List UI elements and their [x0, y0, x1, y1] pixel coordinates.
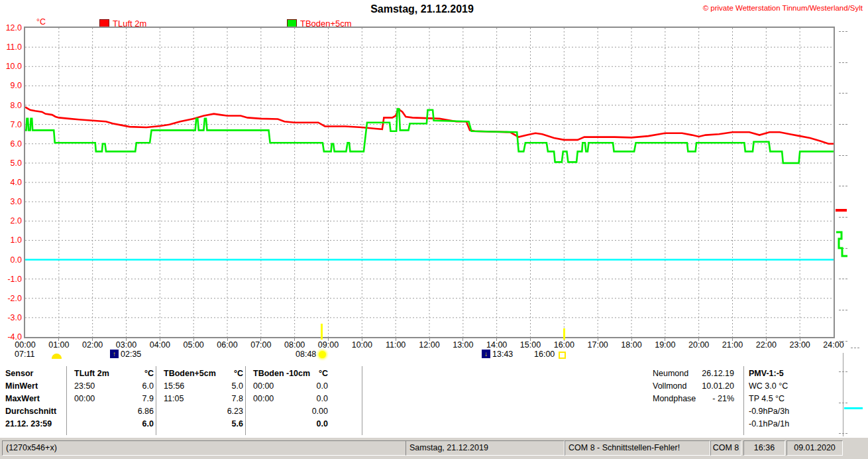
- table-row-header: MaxWert: [5, 394, 40, 404]
- col2-header: TBoden+5cm: [164, 369, 216, 379]
- right-axis-dash: [839, 341, 847, 342]
- x-axis-label: 14:00: [482, 340, 512, 350]
- x-axis-label: 15:00: [516, 340, 545, 350]
- avg-value-tboden: 6.23: [210, 407, 243, 417]
- max-value-tboden10: 0.0: [300, 394, 328, 404]
- sunset-time-label: 16:00: [534, 350, 555, 359]
- x-axis-label: 12:00: [415, 340, 444, 350]
- y-axis-label: 3.0: [0, 197, 22, 206]
- right-axis-dash: [839, 93, 847, 94]
- pressure-trend-3h: -0.9hPa/3h: [749, 407, 789, 417]
- col3-unit: °C: [301, 369, 328, 379]
- col2-unit: °C: [210, 369, 243, 379]
- moonrise-icon: ↑: [110, 350, 119, 358]
- min-value-tluft: 6.0: [121, 381, 154, 391]
- max-time-tboden: 11:05: [164, 394, 184, 404]
- panel-separator: [743, 366, 744, 435]
- x-axis-label: 04:00: [145, 340, 174, 350]
- x-axis-tick: [766, 338, 767, 341]
- x-axis-label: 08:00: [280, 340, 309, 350]
- x-axis-tick: [294, 338, 295, 341]
- table-separator: [66, 366, 67, 435]
- status-cell-com-port[interactable]: COM 8: [710, 440, 741, 456]
- status-cell-date[interactable]: Samstag, 21.12.2019: [406, 440, 565, 456]
- right-axis-red-mark: [836, 209, 847, 212]
- x-axis-label: 07:00: [246, 340, 276, 350]
- right-axis-dash: [839, 124, 847, 125]
- y-axis-label: -1.0: [0, 275, 22, 284]
- dawn-sun-icon: [52, 354, 62, 359]
- right-axis-green-mark: [834, 228, 853, 260]
- x-axis-label: 03:00: [112, 340, 141, 350]
- y-axis-label: 1.0: [0, 235, 22, 245]
- x-axis-label: 19:00: [651, 340, 680, 350]
- col1-unit: °C: [121, 369, 154, 379]
- x-axis-tick: [732, 338, 733, 341]
- dewpoint-value: TP 4.5 °C: [749, 394, 785, 404]
- status-bar: (1270x546+x) Samstag, 21.12.2019 COM 8 -…: [0, 437, 868, 459]
- sunset-sun-icon: [559, 352, 566, 359]
- status-cell-time[interactable]: 16:36: [743, 440, 785, 456]
- x-axis-label: 01:00: [44, 340, 74, 350]
- last-value-tluft: 6.0: [121, 419, 154, 429]
- fullmoon-label: Vollmond: [653, 381, 686, 391]
- right-axis-dash: [851, 348, 859, 348]
- right-axis-dash: [839, 310, 847, 310]
- y-axis-label: -3.0: [0, 313, 22, 322]
- x-axis-label: 00:00: [11, 340, 40, 350]
- right-axis-dash: [839, 186, 847, 186]
- x-axis-tick: [260, 338, 261, 341]
- min-time-tboden10: 00:00: [253, 381, 274, 391]
- right-axis-line: [843, 353, 843, 436]
- table-row-header: MinWert: [5, 381, 38, 391]
- last-value-tboden: 5.6: [210, 419, 243, 429]
- last-value-tboden10: 0.0: [300, 419, 328, 429]
- fullmoon-date: 10.01.20: [682, 381, 734, 391]
- y-axis-label: 5.0: [0, 159, 22, 168]
- x-axis-tick: [193, 338, 194, 341]
- table-row-header: Durchschnitt: [5, 407, 56, 417]
- x-axis-tick: [698, 338, 699, 341]
- y-axis-label: 0.0: [0, 255, 22, 265]
- status-cell-com-error[interactable]: COM 8 - Schnittstellen-Fehler!: [565, 440, 710, 456]
- x-axis-tick: [160, 338, 160, 341]
- y-axis-label: 10.0: [0, 62, 22, 71]
- avg-value-tluft: 6.86: [121, 407, 154, 417]
- table-separator: [156, 366, 156, 435]
- dawn-time-label: 07:11: [15, 350, 34, 359]
- table-row-header: Sensor: [5, 369, 33, 379]
- y-axis-label: 12.0: [0, 23, 22, 33]
- sunrise-sun-icon: [319, 351, 326, 358]
- y-axis-label: 2.0: [0, 216, 22, 226]
- min-time-tboden: 15:56: [164, 381, 184, 391]
- copyright-text: © private Wetterstation Tinnum/Westerlan…: [703, 4, 863, 12]
- x-axis-tick: [530, 338, 531, 341]
- status-cell-window-size[interactable]: (1270x546+x): [2, 440, 407, 456]
- windchill-value: WC 3.0 °C: [749, 381, 788, 391]
- temperature-chart: [25, 28, 834, 337]
- x-axis-tick: [496, 338, 497, 341]
- min-value-tboden10: 0.0: [300, 381, 328, 391]
- x-axis-tick: [58, 338, 59, 341]
- chart-plot-area[interactable]: [24, 27, 835, 338]
- max-value-tboden: 7.8: [210, 394, 243, 404]
- pressure-trend-1h: -0.1hPa/1h: [749, 419, 789, 429]
- y-axis-label: 8.0: [0, 101, 22, 110]
- moonrise-time-label: 02:35: [121, 350, 141, 359]
- status-cell-today[interactable]: 09.01.2020: [787, 440, 843, 456]
- x-axis-tick: [598, 338, 598, 341]
- x-axis-tick: [126, 338, 127, 341]
- pmv-value: PMV-1:-5: [749, 369, 784, 379]
- x-axis-label: 13:00: [449, 340, 478, 350]
- right-axis-cyan-mark: [844, 407, 863, 409]
- x-axis-tick: [429, 338, 430, 341]
- avg-value-tboden10: 0.00: [300, 407, 328, 417]
- x-axis-tick: [92, 338, 93, 341]
- y-axis-label: -2.0: [0, 294, 22, 303]
- right-axis-dash: [839, 62, 847, 63]
- right-axis-dash: [839, 217, 847, 218]
- x-axis-tick: [800, 338, 800, 341]
- table-separator: [245, 366, 246, 435]
- max-time-tluft: 00:00: [74, 394, 95, 404]
- moonset-time-label: 13:43: [492, 350, 513, 359]
